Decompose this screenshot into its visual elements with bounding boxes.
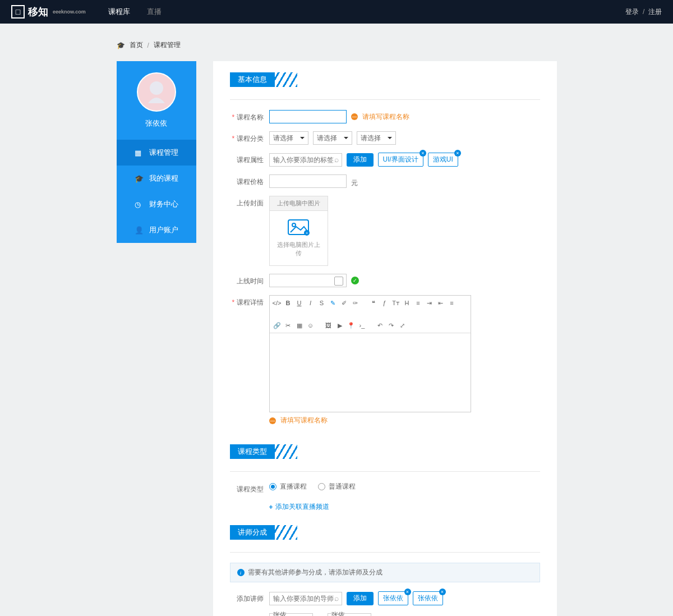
online-time-input[interactable] [269, 274, 347, 287]
section-basic-info: 基本信息 [230, 72, 275, 87]
sidebar: 张依依 ▦课程管理 🎓我的课程 ◷财务中心 👤用户账户 [117, 61, 196, 243]
course-name-input[interactable] [269, 110, 347, 123]
category-select-3[interactable]: 请选择 [357, 131, 396, 145]
tag-game-ui[interactable]: 游戏UI× [428, 153, 458, 167]
editor-font-icon[interactable]: ƒ [380, 298, 390, 308]
editor-location-icon[interactable]: 📍 [346, 320, 356, 330]
label-online-time: 上线时间 [237, 277, 264, 285]
nav-live[interactable]: 直播 [147, 7, 162, 17]
cap-icon: 🎓 [135, 174, 142, 183]
editor-link-icon[interactable]: 🔗 [272, 320, 282, 330]
nav-course-lib[interactable]: 课程库 [108, 7, 130, 17]
logo-text: 移知 [28, 5, 48, 19]
editor-indent-icon[interactable]: ⇥ [425, 298, 435, 308]
editor-emoji-icon[interactable]: ☺ [306, 320, 316, 330]
editor-code-icon[interactable]: </> [272, 298, 282, 308]
label-detail: 课程详情 [237, 298, 264, 306]
check-ok-icon: ✓ [351, 277, 359, 284]
svg-point-0 [150, 81, 163, 95]
cap-icon: 🎓 [117, 42, 125, 49]
editor-undo-icon[interactable]: ↶ [375, 320, 385, 330]
editor-strike-icon[interactable]: S [317, 298, 327, 308]
sidebar-item-my-courses[interactable]: 🎓我的课程 [117, 166, 196, 191]
breadcrumb-current: 课程管理 [154, 40, 181, 50]
editor-video-icon[interactable]: ▶ [335, 320, 345, 330]
teacher-input[interactable] [269, 592, 342, 605]
header: □ 移知 eeeknow.com 课程库 直播 登录 / 注册 [0, 0, 673, 24]
radio-normal[interactable]: 普通课程 [318, 482, 356, 491]
share-info-box: 需要有其他讲师参与分成，请添加讲师及分成 [230, 563, 540, 582]
label-course-type: 课程类型 [237, 485, 264, 493]
attrs-input[interactable] [269, 153, 342, 167]
top-nav: 课程库 直播 [108, 7, 162, 17]
editor-bold-icon[interactable]: B [283, 298, 293, 308]
editor-underline-icon[interactable]: U [294, 298, 305, 308]
add-channel-link[interactable]: + 添加关联直播频道 [269, 502, 329, 512]
auth-links: 登录 / 注册 [625, 7, 662, 17]
label-price: 课程价格 [237, 178, 264, 186]
editor-image-icon[interactable]: 🖼 [324, 320, 334, 330]
editor-unlink-icon[interactable]: ✂ [283, 320, 293, 330]
category-select-1[interactable]: 请选择 [269, 131, 308, 145]
image-icon: + [287, 219, 310, 236]
editor-pencil-icon[interactable]: ✎ [328, 298, 338, 308]
editor-align-icon[interactable]: ≡ [447, 298, 457, 308]
username: 张依依 [117, 118, 196, 128]
error-course-name: 请填写课程名称 [351, 112, 409, 122]
tag-remove-icon[interactable]: × [420, 150, 426, 157]
sidebar-item-account[interactable]: 👤用户账户 [117, 217, 196, 243]
label-add-teacher: 添加讲师 [237, 595, 264, 603]
editor-fullscreen-icon[interactable]: ⤢ [398, 320, 408, 330]
tag-remove-icon[interactable]: × [454, 150, 461, 157]
sidebar-item-finance[interactable]: ◷财务中心 [117, 191, 196, 217]
sidebar-item-label: 我的课程 [149, 173, 178, 183]
editor-more-icon[interactable]: ›_ [357, 320, 367, 330]
register-link[interactable]: 注册 [648, 8, 662, 16]
avatar[interactable] [137, 72, 176, 112]
attrs-add-button[interactable]: 添加 [347, 153, 374, 167]
editor-quote-icon[interactable]: ❝ [368, 298, 379, 308]
editor-redo-icon[interactable]: ↷ [386, 320, 397, 330]
breadcrumb-home[interactable]: 首页 [130, 40, 143, 50]
user-icon: 👤 [135, 226, 142, 235]
upload-tab: 上传电脑中图片 [270, 196, 328, 211]
dashboard-icon: ◷ [135, 200, 142, 209]
login-link[interactable]: 登录 [625, 8, 639, 16]
sidebar-item-label: 课程管理 [149, 148, 178, 158]
tag-remove-icon[interactable]: × [404, 589, 411, 595]
editor-pen-icon[interactable]: ✑ [351, 298, 361, 308]
section-teacher-share: 讲师分成 [230, 525, 275, 540]
label-course-name: 课程名称 [237, 113, 264, 121]
teacher-add-button[interactable]: 添加 [347, 592, 374, 605]
svg-point-2 [292, 223, 296, 227]
tag-remove-icon[interactable]: × [439, 589, 446, 595]
editor-tt-icon[interactable]: Tᴛ [391, 298, 401, 308]
logo[interactable]: □ 移知 eeeknow.com [11, 5, 86, 19]
upload-hint: 选择电脑图片上传 [274, 241, 323, 258]
sidebar-item-label: 用户账户 [149, 225, 178, 235]
ratio-input-1[interactable]: 张依依 [269, 613, 313, 616]
calendar-icon: ▦ [135, 149, 142, 157]
tag-ui-design[interactable]: UI/界面设计× [378, 153, 423, 167]
rich-editor: </>BUIS✎✐✑ ❝ƒTᴛH≡⇥⇤≡ 🔗✂▦☺ 🖼▶📍›_ ↶↷⤢ [269, 295, 471, 412]
editor-italic-icon[interactable]: I [306, 298, 316, 308]
sidebar-item-label: 财务中心 [149, 199, 178, 209]
editor-heading-icon[interactable]: H [402, 298, 412, 308]
editor-table-icon[interactable]: ▦ [294, 320, 305, 330]
svg-text:+: + [306, 231, 308, 236]
label-cover: 上传封面 [237, 199, 264, 207]
upload-cover[interactable]: 上传电脑中图片 + 选择电脑图片上传 [269, 196, 328, 266]
editor-list-icon[interactable]: ≡ [413, 298, 423, 308]
label-attrs: 课程属性 [237, 156, 264, 164]
ratio-input-2[interactable]: 张依依 [328, 613, 371, 616]
radio-live[interactable]: 直播课程 [269, 482, 307, 491]
category-select-2[interactable]: 请选择 [313, 131, 352, 145]
sidebar-item-course-mgmt[interactable]: ▦课程管理 [117, 140, 196, 166]
editor-outdent-icon[interactable]: ⇤ [436, 298, 446, 308]
logo-icon: □ [11, 5, 25, 19]
tag-teacher-1[interactable]: 张依依× [378, 591, 408, 605]
price-input[interactable] [269, 174, 347, 188]
editor-brush-icon[interactable]: ✐ [339, 298, 349, 308]
tag-teacher-2[interactable]: 张依依× [413, 591, 443, 605]
editor-textarea[interactable] [270, 333, 471, 412]
